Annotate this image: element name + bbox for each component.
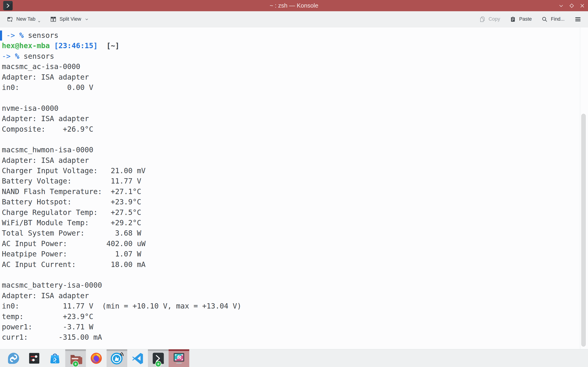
maximize-button[interactable] (568, 2, 575, 9)
terminal-output: -> % sensorshex@hex-mba [23:46:15] [~]->… (0, 27, 588, 343)
split-view-button[interactable]: Split View (50, 16, 89, 23)
terminal-line: macsmc_hwmon-isa-0000 (2, 145, 588, 155)
split-view-icon (50, 16, 57, 23)
software-bag-icon (48, 352, 61, 365)
split-view-dropdown-icon (85, 17, 89, 21)
spectacle-icon (172, 352, 186, 365)
terminal-line: power1: -3.71 W (2, 322, 588, 332)
terminal-line: in0: 11.77 V (min = +10.10 V, max = +13.… (2, 301, 588, 311)
terminal-viewport[interactable]: -> % sensorshex@hex-mba [23:46:15] [~]->… (0, 27, 588, 349)
terminal-line: macsmc_ac-isa-0000 (2, 61, 588, 72)
terminal-line: AC Input Power: 402.00 uW (2, 239, 588, 249)
terminal-line: Charger Input Voltage: 21.00 mV (2, 166, 588, 176)
terminal-line (2, 270, 588, 280)
wolf-media-app[interactable] (107, 349, 127, 367)
firefox-app[interactable] (86, 349, 107, 367)
system-settings-app[interactable] (24, 349, 44, 367)
terminal-line: Adapter: ISA adapter (2, 72, 588, 82)
terminal-line: -> % sensors (2, 51, 588, 61)
terminal-line (2, 134, 588, 145)
spectacle-screenshot-task[interactable] (169, 349, 189, 367)
paste-icon (510, 16, 516, 23)
maximize-icon (569, 2, 575, 9)
scrollbar-thumb[interactable] (581, 114, 586, 347)
terminal-line: Battery Hotspot: +23.9°C (2, 197, 588, 207)
taskbar-panel: + (0, 349, 588, 367)
prompt-continuation-bar (0, 31, 2, 41)
close-icon (579, 2, 586, 9)
konsole-toolbar: New Tab Split View Copy (0, 11, 588, 27)
terminal-line: Charge Regulator Temp: +27.5°C (2, 207, 588, 218)
fedora-logo-icon (7, 352, 20, 365)
terminal-line: temp: +23.9°C (2, 311, 588, 322)
terminal-line: macsmc_battery-isa-0000 (2, 280, 588, 290)
copy-button[interactable]: Copy (479, 16, 500, 23)
new-items-badge: + (73, 361, 79, 367)
terminal-line: Adapter: ISA adapter (2, 155, 588, 166)
konsole-task[interactable]: + (148, 349, 169, 367)
discover-software-app[interactable] (44, 349, 65, 367)
terminal-line: Adapter: ISA adapter (2, 291, 588, 301)
find-label: Find... (551, 16, 565, 22)
window-titlebar: ~ : zsh — Konsole (0, 0, 588, 11)
new-tab-button[interactable]: New Tab (7, 16, 41, 23)
terminal-line: curr1: -315.00 mA (2, 332, 588, 342)
minimize-button[interactable] (558, 2, 565, 9)
terminal-line: Heatpipe Power: 1.07 W (2, 249, 588, 259)
terminal-line: WiFi/BT Module Temp: +29.2°C (2, 218, 588, 228)
vscode-app[interactable] (127, 349, 148, 367)
terminal-line: nvme-isa-0000 (2, 103, 588, 114)
new-items-badge: + (155, 361, 162, 367)
terminal-line: Composite: +26.9°C (2, 124, 588, 134)
terminal-line: NAND Flash Temperature: +27.1°C (2, 186, 588, 197)
terminal-line: hex@hex-mba [23:46:15] [~] (2, 41, 588, 51)
scrollbar-track-separator (580, 27, 580, 349)
terminal-line: Total System Power: 3.68 W (2, 228, 588, 238)
paste-button[interactable]: Paste (510, 16, 532, 23)
hamburger-menu-icon (574, 16, 582, 23)
terminal-line: Adapter: ISA adapter (2, 114, 588, 124)
new-tab-label: New Tab (16, 16, 35, 22)
new-tab-dropdown-icon (37, 20, 41, 23)
copy-label: Copy (489, 16, 500, 22)
search-icon (541, 16, 548, 23)
window-title: ~ : zsh — Konsole (0, 0, 588, 11)
firefox-icon (90, 352, 103, 365)
hamburger-menu-button[interactable] (574, 16, 582, 23)
terminal-line (2, 93, 588, 103)
app-launcher-fedora[interactable] (3, 349, 24, 367)
howling-wolf-icon (110, 352, 124, 365)
split-view-label: Split View (60, 16, 81, 22)
copy-icon (479, 16, 485, 23)
vscode-icon (131, 352, 144, 365)
minimize-icon (558, 2, 564, 9)
close-button[interactable] (579, 2, 586, 9)
settings-sliders-icon (28, 352, 41, 365)
terminal-line: Battery Voltage: 11.77 V (2, 176, 588, 186)
new-tab-icon (7, 16, 13, 23)
terminal-line: in0: 0.00 V (2, 82, 588, 93)
terminal-line: AC Input Current: 18.00 mA (2, 259, 588, 270)
terminal-line: -> % sensors (2, 30, 588, 41)
find-button[interactable]: Find... (541, 16, 565, 23)
paste-label: Paste (519, 16, 532, 22)
file-manager-app[interactable]: + (65, 349, 86, 367)
